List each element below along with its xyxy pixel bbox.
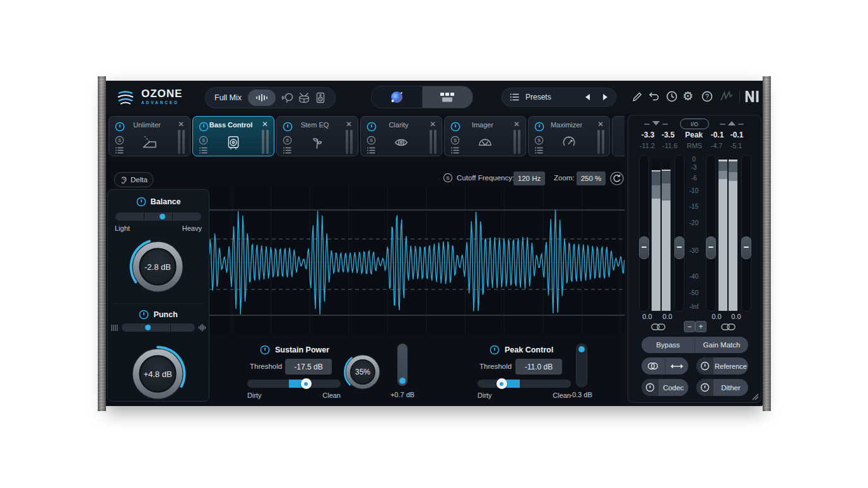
ni-logo-icon (744, 91, 761, 102)
module-solo-button[interactable]: S (283, 136, 292, 145)
module-solo-button[interactable]: S (115, 136, 124, 145)
svg-text:S: S (454, 137, 457, 143)
module-tab-imager[interactable]: Imager ✕ S (444, 116, 526, 156)
module-menu-icon[interactable] (535, 147, 543, 154)
close-icon[interactable]: ✕ (346, 120, 352, 129)
cutoff-value-field[interactable]: 120 Hz (513, 171, 545, 185)
source-speaker-button[interactable] (312, 91, 329, 105)
punch-slider[interactable] (122, 323, 195, 332)
fader-handle[interactable] (674, 236, 684, 259)
module-tab-bass-control[interactable]: Bass Control ✕ S (192, 116, 274, 156)
balance-slider[interactable] (115, 212, 201, 221)
input-gain-fader-right[interactable] (674, 155, 684, 311)
meter-zoom-out-button[interactable]: − (684, 321, 695, 332)
sustain-mix-knob[interactable]: 35% (343, 352, 382, 392)
audiolens-button[interactable] (719, 90, 734, 103)
close-icon[interactable]: ✕ (430, 120, 436, 129)
balance-power-button[interactable] (136, 197, 146, 207)
module-tab-stem-eq[interactable]: Stem EQ ✕ S (276, 116, 358, 156)
module-solo-button[interactable]: S (367, 136, 376, 145)
sustain-threshold-slider[interactable] (247, 380, 341, 388)
undo-button[interactable] (648, 90, 660, 103)
resize-handle[interactable] (752, 393, 759, 400)
output-link-icon[interactable] (721, 323, 736, 331)
slider-handle[interactable] (496, 378, 507, 389)
reference-button[interactable]: Reference (713, 357, 748, 375)
cutoff-solo-button[interactable]: S (443, 173, 453, 183)
module-tab-strip: Unlimiter ✕ S Bass Control ✕ S (106, 115, 625, 156)
module-solo-button[interactable]: S (199, 136, 208, 145)
meter-dash (720, 124, 725, 125)
punch-power-button[interactable] (139, 310, 149, 320)
source-fullmix-button[interactable] (248, 90, 276, 106)
input-collapse-icon[interactable] (652, 121, 660, 125)
balance-slider-dot[interactable] (160, 214, 165, 219)
width-mode-button[interactable] (666, 357, 689, 375)
module-menu-icon[interactable] (283, 147, 291, 154)
fader-handle[interactable] (706, 236, 716, 259)
detailed-view-button[interactable] (423, 86, 473, 108)
input-gain-fader-left[interactable] (639, 155, 649, 311)
source-vocal-button[interactable] (279, 91, 296, 105)
codec-power-button[interactable] (642, 379, 659, 396)
output-gain-fader-left[interactable] (706, 155, 716, 311)
help-icon: ? (700, 90, 714, 103)
peak-power-button[interactable] (490, 345, 500, 355)
module-tab-label: Clarity (375, 121, 423, 129)
meter-zoom-in-button[interactable]: + (695, 321, 707, 332)
settings-button[interactable]: ⚙ (683, 89, 693, 104)
punch-knob[interactable]: +4.8 dB (129, 345, 187, 403)
module-tab-maximizer[interactable]: Maximizer ✕ S (528, 116, 610, 156)
zoom-value-field[interactable]: 250 % (577, 171, 606, 185)
sustain-power-button[interactable] (260, 345, 270, 355)
codec-button[interactable]: Codec (659, 379, 688, 396)
module-menu-icon[interactable] (115, 147, 124, 154)
svg-text:S: S (118, 137, 121, 143)
reference-power-button[interactable] (696, 357, 713, 375)
close-icon[interactable]: ✕ (513, 120, 520, 129)
fader-handle[interactable] (639, 236, 649, 259)
sustain-threshold-field[interactable]: -17.5 dB (285, 359, 332, 375)
input-link-icon[interactable] (651, 323, 666, 331)
dither-button[interactable]: Dither (713, 379, 748, 396)
module-tab-clarity[interactable]: Clarity ✕ S (360, 116, 442, 156)
delta-button[interactable]: Delta (114, 172, 153, 187)
punch-slider-dot[interactable] (145, 325, 151, 330)
slider-handle[interactable] (301, 378, 312, 389)
balance-knob[interactable]: -2.8 dB (129, 238, 187, 296)
peak-threshold-field[interactable]: -11.0 dB (515, 359, 562, 375)
module-tab-unlimiter[interactable]: Unlimiter ✕ S (108, 116, 191, 156)
module-solo-button[interactable]: S (450, 136, 460, 145)
io-toggle[interactable]: I/O (680, 119, 709, 129)
peak-threshold-slider[interactable] (478, 380, 571, 388)
close-icon[interactable]: ✕ (597, 120, 604, 129)
module-menu-icon[interactable] (199, 147, 208, 154)
edit-pencil-button[interactable] (631, 90, 643, 103)
input-peak-left: -3.3 (637, 131, 659, 139)
fader-handle[interactable] (741, 236, 751, 259)
module-menu-icon[interactable] (367, 147, 375, 154)
input-rms-right: -11.6 (657, 142, 683, 149)
source-drums-button[interactable] (296, 91, 312, 105)
module-menu-icon[interactable] (451, 147, 459, 154)
output-meter-left (718, 158, 727, 311)
zoom-reset-button[interactable] (609, 171, 625, 186)
sustain-output-fader[interactable] (397, 344, 408, 386)
output-expand-icon[interactable] (728, 121, 736, 125)
close-icon[interactable]: ✕ (178, 120, 184, 129)
help-button[interactable]: ? (700, 90, 714, 103)
assistant-view-button[interactable] (372, 86, 422, 108)
preset-prev-button[interactable] (585, 94, 590, 100)
presets-bar[interactable]: Presets (501, 88, 616, 107)
bypass-button[interactable]: Bypass (642, 337, 695, 353)
gain-match-button[interactable]: Gain Match (695, 337, 748, 353)
close-icon[interactable]: ✕ (262, 120, 268, 129)
module-tab-partial[interactable] (612, 116, 625, 156)
history-button[interactable] (665, 90, 679, 103)
module-solo-button[interactable]: S (534, 136, 544, 145)
output-gain-fader-right[interactable] (741, 155, 751, 311)
peak-output-fader[interactable] (576, 344, 587, 387)
preset-next-button[interactable] (603, 94, 607, 100)
dither-power-button[interactable] (696, 379, 713, 396)
stereo-mode-button[interactable] (642, 357, 665, 375)
